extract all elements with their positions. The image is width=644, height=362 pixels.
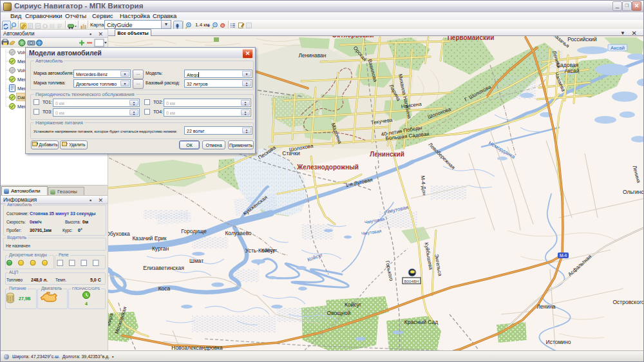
svg-text:Ольгинская: Ольгинская	[623, 189, 644, 195]
svg-text:Койсуг: Койсуг	[345, 301, 361, 308]
svg-text:Октябрьский: Октябрьский	[332, 36, 374, 39]
svg-text:Овощной: Овощной	[327, 310, 351, 316]
svg-text:Обуховка: Обуховка	[108, 231, 130, 237]
svg-text:Ленинский: Ленинский	[370, 151, 404, 158]
svg-text:Российский: Российский	[567, 36, 597, 43]
svg-text:Городище: Городище	[181, 228, 207, 234]
svg-text:Первомайский: Первомайский	[448, 36, 495, 41]
svg-text:Койсуг: Койсуг	[261, 247, 278, 253]
svg-text:Островского: Островского	[612, 299, 644, 305]
svg-text:Колузаево: Колузаево	[225, 230, 251, 236]
svg-text:Курган: Курган	[152, 245, 169, 252]
svg-text:В004ВН: В004ВН	[404, 279, 419, 283]
svg-text:Коса: Коса	[158, 285, 171, 292]
svg-text:Аксай: Аксай	[611, 45, 625, 51]
svg-text:Ленинаван: Ленинаван	[298, 52, 326, 59]
svg-text:Казачий Ерик: Казачий Ерик	[132, 235, 166, 242]
svg-text:Истомино: Истомино	[546, 339, 571, 345]
svg-text:Ленина: Ленина	[536, 303, 555, 310]
svg-text:М-4: М-4	[560, 253, 567, 258]
svg-text:Елизаветинская: Елизаветинская	[143, 265, 184, 271]
svg-text:Шмат: Шмат	[189, 258, 204, 264]
svg-text:Аксай: Аксай	[564, 68, 579, 74]
svg-text:Железнодорожный: Железнодорожный	[296, 164, 359, 171]
svg-text:Красный Сад: Красный Сад	[404, 319, 439, 325]
